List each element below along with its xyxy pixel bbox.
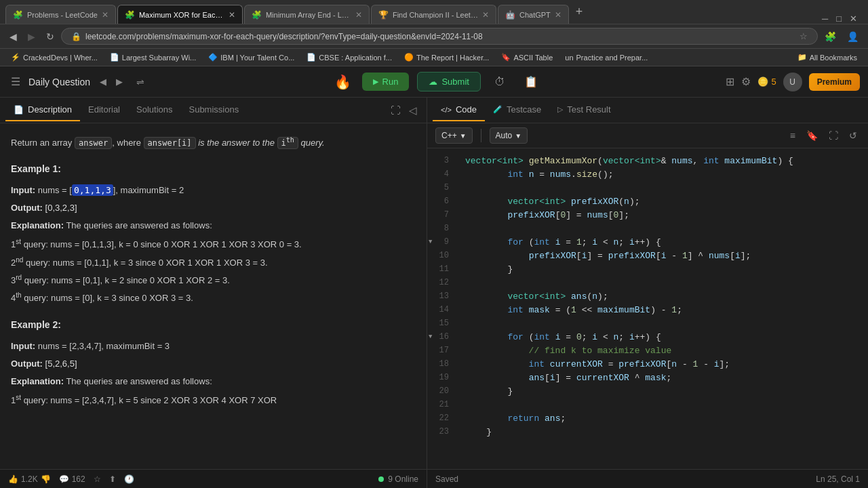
tab-close-icon[interactable]: ✕ — [482, 10, 489, 20]
premium-button[interactable]: Premium — [809, 73, 860, 91]
example1-output: Output: [0,3,2,3] — [11, 201, 416, 216]
fullscreen-button[interactable]: ⛶ — [826, 127, 841, 144]
tab-description[interactable]: 📄 Description — [5, 99, 80, 121]
avatar[interactable]: U — [783, 73, 802, 92]
input-label: Input: — [11, 185, 35, 195]
code-line-17: // find k to maximize value — [465, 344, 860, 357]
lock-icon: 🔒 — [71, 32, 81, 41]
star-rating-icon[interactable]: ☆ — [94, 474, 101, 484]
expl-text: The queries are answered as follows: — [66, 220, 212, 230]
format-button[interactable]: ≡ — [787, 127, 798, 144]
fire-button[interactable]: 🔥 — [332, 71, 354, 93]
tab-icon: 🏆 — [378, 10, 389, 20]
comments-section[interactable]: 💬 162 — [59, 474, 85, 484]
tab-close-icon[interactable]: ✕ — [229, 10, 235, 20]
tab-find-champion[interactable]: 🏆 Find Champion II - LeetCo... ✕ — [371, 5, 496, 24]
tab-editorial[interactable]: Editorial — [80, 99, 128, 121]
back-button[interactable]: ◀ — [5, 28, 21, 45]
prev-question-button[interactable]: ◀ — [96, 74, 111, 89]
solutions-tab-label: Solutions — [136, 104, 172, 115]
tab-minimum-array[interactable]: 🧩 Minimum Array End - LeetC... ✕ — [244, 5, 370, 24]
flask-icon: 🧪 — [493, 105, 502, 114]
example1-explanation-label: Explanation: The queries are answered as… — [11, 218, 416, 233]
tab-solutions[interactable]: Solutions — [128, 99, 180, 121]
main-content: 📄 Description Editorial Solutions Submis… — [0, 98, 868, 488]
minimize-icon[interactable]: ─ — [822, 14, 828, 24]
auto-select[interactable]: Auto ▼ — [490, 127, 528, 144]
close-window-icon[interactable]: ✕ — [850, 14, 857, 24]
code-lines[interactable]: vector<int> getMaximumXor(vector<int>& n… — [457, 148, 868, 469]
bookmark-subarray[interactable]: 📄 Largest Subarray Wi... — [104, 52, 201, 63]
testresult-tab-label: Test Result — [567, 104, 610, 115]
code-line-15 — [465, 317, 860, 330]
coins-count: 5 — [771, 77, 776, 87]
chevron-down-icon: ▼ — [460, 132, 467, 140]
timer-button[interactable]: ⏱ — [489, 73, 511, 91]
menu-icon[interactable]: ☰ — [8, 73, 23, 91]
extensions-icon[interactable]: 🧩 — [821, 28, 840, 45]
tab-problems[interactable]: 🧩 Problems - LeetCode ✕ — [5, 5, 116, 24]
code-tab[interactable]: </> Code — [433, 99, 485, 121]
reload-button[interactable]: ↻ — [42, 28, 58, 45]
right-status-bar: Saved Ln 25, Col 1 — [427, 469, 868, 488]
online-dot — [378, 476, 384, 482]
code-line-6: vector<int> prefixXOR(n); — [465, 195, 860, 208]
toolbar-left: ☰ Daily Question ◀ ▶ ⇌ — [8, 73, 149, 91]
code-editor[interactable]: 3 4 5 6 7 8 9 ▼ 10 11 12 13 14 15 — [427, 148, 868, 469]
example2-explanation-label: Explanation: The queries are answered as… — [11, 374, 416, 389]
address-bar[interactable]: 🔒 leetcode.com/problems/maximum-xor-for-… — [61, 28, 818, 45]
bookmark-ibm[interactable]: 🔷 IBM | Your Talent Co... — [203, 52, 300, 63]
tab-close-icon[interactable]: ✕ — [555, 10, 561, 20]
panel-content[interactable]: Return an array answer, where answer[i] … — [0, 123, 427, 469]
profile-icon[interactable]: 👤 — [843, 28, 863, 45]
forward-button[interactable]: ▶ — [24, 28, 39, 45]
tab-chatgpt[interactable]: 🤖 ChatGPT ✕ — [498, 5, 569, 24]
expand-icon[interactable]: ⛶ — [387, 102, 405, 119]
history-icon[interactable]: 🕐 — [124, 474, 134, 484]
star-icon[interactable]: ☆ — [800, 31, 808, 41]
tab-close-icon[interactable]: ✕ — [102, 10, 108, 20]
code-line-18: int currentXOR = prefixXOR[n - 1 - i]; — [465, 357, 860, 371]
bookmark-code-button[interactable]: 🔖 — [804, 127, 821, 144]
reset-button[interactable]: ↺ — [846, 127, 860, 144]
bookmark-hacker[interactable]: 🟠 The Report | Hacker... — [399, 52, 494, 63]
lang-label: C++ — [441, 131, 457, 140]
thumbs-up-icon: 👍 — [8, 474, 18, 484]
line-num-21: 21 — [427, 398, 457, 411]
left-panel-tabs: 📄 Description Editorial Solutions Submis… — [0, 98, 427, 123]
settings-icon[interactable]: ⚙ — [741, 75, 751, 88]
run-button[interactable]: ▶ Run — [362, 73, 410, 91]
input2-value: nums = [2,3,4,7], maximumBit = 3 — [38, 341, 170, 351]
likes-section[interactable]: 👍 1.2K 👎 — [8, 474, 51, 484]
thumbs-down-icon[interactable]: 👎 — [41, 474, 51, 484]
app-toolbar: ☰ Daily Question ◀ ▶ ⇌ 🔥 ▶ Run ☁ Submit … — [0, 66, 868, 98]
collapse-arrow-9[interactable]: ▼ — [429, 239, 432, 245]
cloud-icon: ☁ — [429, 77, 437, 87]
tab-close-icon[interactable]: ✕ — [355, 10, 362, 20]
bookmark-practice[interactable]: un Practice and Prepar... — [559, 52, 653, 63]
testcase-tab[interactable]: 🧪 Testcase — [485, 99, 549, 121]
maximize-icon[interactable]: □ — [836, 14, 842, 24]
language-select[interactable]: C++ ▼ — [435, 127, 473, 144]
bookmark-cracked[interactable]: ⚡ CrackedDevs | Wher... — [5, 52, 103, 63]
bookmark-ascii[interactable]: 🔖 ASCII Table — [496, 52, 558, 63]
tab-label: Maximum XOR for Each Que... — [139, 11, 224, 19]
collapse-icon[interactable]: ◁ — [405, 102, 421, 119]
shuffle-button[interactable]: ⇌ — [132, 74, 149, 90]
share-icon[interactable]: ⬆ — [109, 474, 116, 484]
next-question-button[interactable]: ▶ — [112, 74, 127, 89]
testresult-tab[interactable]: ▷ Test Result — [549, 99, 618, 121]
grid-layout-icon[interactable]: ⊞ — [726, 75, 734, 88]
tab-maximum-xor[interactable]: 🧩 Maximum XOR for Each Que... ✕ — [117, 5, 243, 24]
line-num-5: 5 — [427, 181, 457, 195]
bookmark-cbse[interactable]: 📄 CBSE : Application f... — [301, 52, 397, 63]
submit-button[interactable]: ☁ Submit — [417, 72, 480, 92]
collapse-arrow-16[interactable]: ▼ — [429, 333, 432, 340]
tab-submissions[interactable]: Submissions — [180, 99, 247, 121]
bookmark-all[interactable]: 📁 All Bookmarks — [792, 52, 863, 63]
note-button[interactable]: 📋 — [519, 73, 543, 91]
line-num-16: 16 ▼ — [427, 330, 457, 344]
new-tab-button[interactable]: + — [570, 2, 589, 22]
code-line-22: return ans; — [465, 411, 860, 425]
line-col-status: Ln 25, Col 1 — [816, 474, 860, 484]
